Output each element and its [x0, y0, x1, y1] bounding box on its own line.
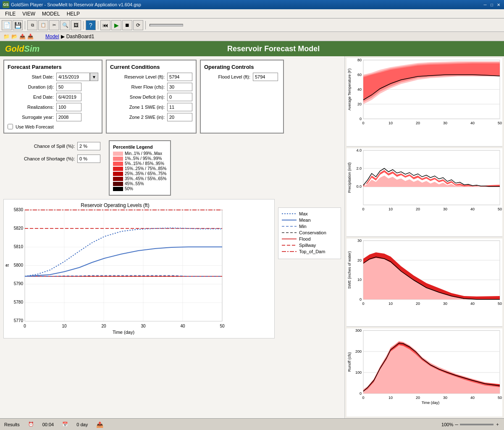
legend-min: Min — [282, 224, 337, 229]
surrogate-input[interactable] — [56, 113, 81, 121]
svg-text:50: 50 — [498, 207, 502, 211]
breadcrumb-root[interactable]: Model — [45, 34, 59, 39]
chance-shortage-row: Chance of Shortage (%): — [3, 155, 100, 163]
svg-text:30: 30 — [443, 302, 447, 306]
flood-level-label: Flood Level (ft): — [204, 74, 250, 79]
temp-chart: 80 60 40 20 0 0 10 20 30 40 50 Average T… — [346, 58, 502, 147]
svg-text:10: 10 — [388, 207, 393, 211]
tb-prop[interactable]: 🖼 — [71, 20, 81, 30]
svg-text:30: 30 — [443, 121, 447, 125]
right-panel: 80 60 40 20 0 0 10 20 30 40 50 Average T… — [344, 56, 504, 418]
start-date-input[interactable] — [56, 73, 90, 81]
menu-view[interactable]: VIEW — [19, 10, 39, 18]
menu-model[interactable]: MODEL — [39, 10, 63, 18]
tb-paste[interactable]: 📋 — [38, 20, 48, 30]
legend-mean: Mean — [282, 218, 337, 223]
svg-text:0: 0 — [362, 207, 364, 211]
legend-color-0 — [113, 152, 123, 156]
zoom-plus[interactable]: ＋ — [495, 421, 500, 427]
svg-text:ft: ft — [5, 264, 10, 267]
svg-text:5820: 5820 — [14, 226, 24, 231]
legend-item-6: 45%..55% — [113, 181, 167, 186]
percentile-legend-title: Percentile Legend — [113, 144, 167, 149]
zone1-row: Zone 1 SWE (in): — [110, 103, 192, 111]
tb-stop[interactable]: ⏹ — [122, 20, 132, 30]
svg-text:Reservoir Operating Levels (ft: Reservoir Operating Levels (ft) — [81, 202, 149, 208]
chance-spill-input[interactable] — [77, 142, 100, 150]
tb-find[interactable]: 🔍 — [60, 20, 70, 30]
svg-text:30: 30 — [141, 324, 146, 328]
tb-copy[interactable]: ⧉ — [27, 20, 37, 30]
reservoir-level-row: Reservoir Level (ft): — [110, 73, 192, 81]
legend-top-of-dam: Top_of_Dam — [282, 249, 337, 254]
main-content: Forecast Parameters Start Date: ▼ Durati… — [0, 56, 504, 418]
status-clock-icon: ⏰ — [28, 422, 34, 427]
operating-controls-section: Operating Controls Flood Level (ft): — [200, 60, 284, 134]
zone2-input[interactable] — [167, 113, 192, 121]
tb-sep1 — [25, 21, 25, 29]
minimize-button[interactable]: ─ — [482, 2, 488, 8]
svg-text:40: 40 — [357, 87, 362, 92]
snow-deficit-input[interactable] — [167, 93, 192, 101]
realizations-label: Realizations: — [8, 105, 54, 110]
tb-sep2 — [83, 21, 84, 29]
end-date-input[interactable] — [56, 93, 81, 101]
duration-input[interactable] — [56, 83, 81, 91]
breadcrumb: 📁 📂 📤 📥 Model ▶ DashBoard1 — [0, 32, 504, 41]
svg-text:200: 200 — [355, 349, 362, 354]
legend-max-label: Max — [299, 211, 308, 216]
zone2-label: Zone 2 SWE (in): — [110, 115, 165, 120]
chance-shortage-input[interactable] — [77, 155, 100, 163]
svg-text:40: 40 — [470, 302, 475, 306]
status-bar: Results ⏰ 00:04 📅 0 day 📤 100% ─ ＋ — [0, 418, 504, 430]
legend-item-2: 5%..15% / 85%..95% — [113, 161, 167, 166]
svg-text:10: 10 — [357, 278, 362, 282]
web-forecast-checkbox[interactable] — [8, 124, 13, 129]
river-flow-input[interactable] — [167, 83, 192, 91]
legend-spillway: Spillway — [282, 243, 337, 248]
calendar-button[interactable]: ▼ — [90, 73, 98, 81]
tb-slider[interactable] — [150, 24, 183, 26]
legend-item-4: 25%..35% / 65%..75% — [113, 171, 167, 176]
tb-new[interactable]: 📄 — [2, 20, 12, 30]
tb-back[interactable]: ⏮ — [100, 20, 110, 30]
status-time1: 00:04 — [42, 422, 54, 427]
maximize-button[interactable]: □ — [489, 2, 495, 8]
tb-step[interactable]: ⟳ — [133, 20, 143, 30]
tb-sep3 — [98, 21, 98, 29]
svg-text:0: 0 — [360, 117, 362, 121]
tb-sep4 — [145, 21, 146, 29]
legend-mean-label: Mean — [299, 218, 311, 223]
tb-cut[interactable]: ✂ — [49, 20, 59, 30]
toolbar: 📄 💾 ⧉ 📋 ✂ 🔍 🖼 ? ⏮ ▶ ⏹ ⟳ — [0, 18, 504, 32]
snow-deficit-label: Snow Deficit (in): — [110, 94, 165, 100]
menu-help[interactable]: HELP — [63, 10, 83, 18]
operating-controls-title: Operating Controls — [204, 64, 280, 70]
tb-save[interactable]: 💾 — [13, 20, 23, 30]
reservoir-level-input[interactable] — [167, 73, 192, 81]
zoom-minus[interactable]: ─ — [455, 422, 458, 427]
flood-level-input[interactable] — [253, 73, 278, 81]
breadcrumb-icons3: 📤 — [19, 34, 26, 39]
tb-play[interactable]: ▶ — [111, 20, 121, 30]
svg-text:2.0: 2.0 — [356, 166, 362, 170]
menu-file[interactable]: FILE — [2, 10, 19, 18]
svg-text:Time (day): Time (day) — [113, 330, 134, 335]
svg-text:0: 0 — [362, 396, 364, 400]
svg-text:50: 50 — [220, 324, 225, 328]
svg-text:20: 20 — [416, 207, 420, 211]
legend-flood-label: Flood — [299, 236, 311, 241]
realizations-input[interactable] — [56, 103, 81, 111]
end-date-label: End Date: — [8, 94, 54, 100]
zoom-slider[interactable] — [460, 424, 494, 425]
legend-top-of-dam-label: Top_of_Dam — [299, 249, 325, 254]
svg-text:10: 10 — [62, 324, 67, 328]
zone1-input[interactable] — [167, 103, 192, 111]
svg-text:Runoff (cfs): Runoff (cfs) — [347, 352, 352, 372]
svg-text:0: 0 — [360, 297, 362, 302]
svg-text:20: 20 — [416, 121, 420, 125]
tb-help[interactable]: ? — [86, 20, 96, 30]
close-button[interactable]: ✕ — [496, 2, 501, 8]
web-forecast-row: Use Web Forecast — [8, 124, 98, 129]
svg-text:5830: 5830 — [14, 207, 24, 212]
